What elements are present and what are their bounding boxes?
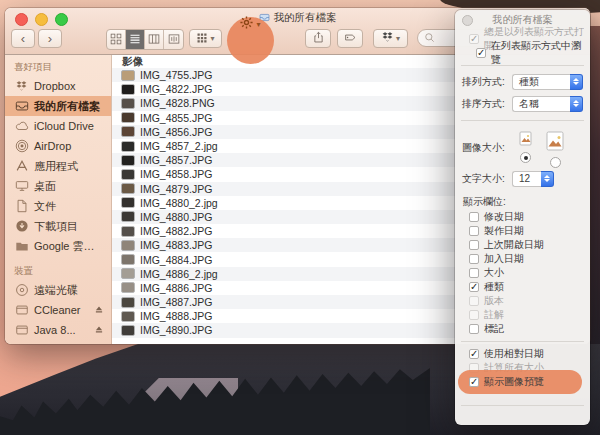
show-columns-label: 顯示欄位: [463,195,587,207]
checkbox-icon [469,296,479,306]
icon-view-icon [110,31,122,49]
divider [461,341,584,342]
checkbox-icon [469,34,479,44]
show-column-option[interactable]: 修改日期 [458,210,587,224]
view-mode-icon-view[interactable] [107,30,126,49]
file-thumbnail-icon [122,312,134,321]
sidebar-item-remote-disc[interactable]: 遠端光碟 [5,280,111,300]
sidebar-item-label: 遠端光碟 [34,283,78,298]
file-thumbnail-icon [122,227,134,236]
chevron-left-icon: ‹ [21,31,25,46]
file-name: IMG_4887.JPG [140,296,212,308]
sort-by-popup[interactable]: 名稱 [512,96,583,112]
tag-icon [344,30,357,48]
all-my-files-icon [14,99,29,114]
file-name: IMG_4883.JPG [140,239,212,251]
eject-icon[interactable] [94,305,111,315]
sidebar-item-google-drive[interactable]: Google 雲… [5,236,111,256]
sidebar-item-airdrop[interactable]: AirDrop [5,136,111,156]
sidebar-section-header: 裝置 [5,262,111,280]
forward-button[interactable]: › [38,29,62,48]
sidebar-item-label: iCloud Drive [34,120,94,132]
file-name: IMG_4882.JPG [140,225,212,237]
arrange-by-popup[interactable]: 種類 [512,74,583,90]
file-thumbnail-icon [122,326,134,335]
icon-size-row: 圖像大小: [462,131,587,167]
arrange-button[interactable]: ▾ [189,29,222,48]
stepper-icon [570,96,583,112]
back-button[interactable]: ‹ [11,29,35,48]
sidebar-item-desktop[interactable]: 桌面 [5,176,111,196]
documents-icon [14,199,29,214]
popover-body: 總是以列表顯示方式打開在列表顯示方式中瀏覽 排列方式: 種類 排序方式: 名稱 … [455,30,590,425]
sidebar-item-documents[interactable]: 文件 [5,196,111,216]
file-name: IMG_4886_2.jpg [140,268,218,280]
checkbox-icon [469,282,479,292]
icon-size-small-radio[interactable] [520,152,531,163]
show-column-option[interactable]: 標記 [458,322,587,336]
sidebar-item-ccleaner[interactable]: CCleaner [5,300,111,320]
divider [461,120,584,121]
file-thumbnail-icon [122,283,134,292]
disc-icon [14,283,29,298]
checkbox-icon [469,240,479,250]
checkbox-label: 修改日期 [484,210,524,224]
sidebar-item-applications[interactable]: 應用程式 [5,156,111,176]
text-size-label: 文字大小: [462,172,512,186]
checkbox-label: 種類 [484,280,504,294]
airdrop-icon [14,139,29,154]
checkbox-icon [469,349,479,359]
view-mode-coverflow-view[interactable] [164,30,183,49]
show-column-option[interactable]: 上次開啟日期 [458,238,587,252]
checkbox-label: 版本 [484,294,504,308]
popover-close-button[interactable] [462,15,473,26]
sidebar-item-icloud-drive[interactable]: iCloud Drive [5,116,111,136]
view-style-option[interactable]: 在列表顯示方式中瀏覽 [458,46,587,60]
list-option-option[interactable]: 顯示圖像預覽 [458,375,587,389]
sidebar-item-label: CCleaner [34,304,80,316]
large-photo-icon [546,131,564,153]
text-size-row: 文字大小: 12 [462,170,587,187]
dropbox-icon [14,79,29,94]
sidebar-item-all-my-files[interactable]: 我的所有檔案 [5,96,111,116]
checkbox-icon [469,254,479,264]
applications-icon [14,159,29,174]
sidebar-item-label: AirDrop [34,140,71,152]
sidebar-item-downloads[interactable]: 下載項目 [5,216,111,236]
file-name: IMG_4828.PNG [140,97,215,109]
file-thumbnail-icon [122,212,134,221]
tags-button[interactable] [337,29,363,48]
file-name: IMG_4857.JPG [140,154,212,166]
view-mode-list-view[interactable] [126,30,145,49]
sidebar-item-java-8[interactable]: Java 8... [5,320,111,340]
view-mode-column-view[interactable] [145,30,164,49]
show-column-option: 註解 [458,308,587,322]
file-thumbnail-icon [122,99,134,108]
file-name: IMG_4855.JPG [140,112,212,124]
share-button[interactable] [305,29,331,48]
file-name: IMG_4886.JPG [140,282,212,294]
eject-icon[interactable] [94,325,111,335]
file-thumbnail-icon [122,184,134,193]
show-column-option[interactable]: 種類 [458,280,587,294]
show-column-option[interactable]: 加入日期 [458,252,587,266]
sort-by-label: 排序方式: [462,97,512,111]
text-size-popup[interactable]: 12 [512,171,554,187]
file-thumbnail-icon [122,269,134,278]
sidebar-item-label: 我的所有檔案 [34,99,100,114]
icon-size-large-radio[interactable] [550,157,561,168]
chevron-down-icon: ▾ [256,20,260,29]
show-column-option[interactable]: 製作日期 [458,224,587,238]
sidebar-item-dropbox[interactable]: Dropbox [5,76,111,96]
action-gear-button[interactable]: ▾ [233,14,267,34]
gear-icon [239,15,254,34]
sort-by-value: 名稱 [512,96,570,112]
checkbox-label: 標記 [484,322,504,336]
dropbox-toolbar-button[interactable]: ▾ [373,29,408,48]
list-option-option[interactable]: 使用相對日期 [458,347,587,361]
file-thumbnail-icon [122,170,134,179]
file-name: IMG_4884.JPG [140,254,212,266]
file-thumbnail-icon [122,198,134,207]
show-column-option[interactable]: 大小 [458,266,587,280]
checkbox-label: 註解 [484,308,504,322]
